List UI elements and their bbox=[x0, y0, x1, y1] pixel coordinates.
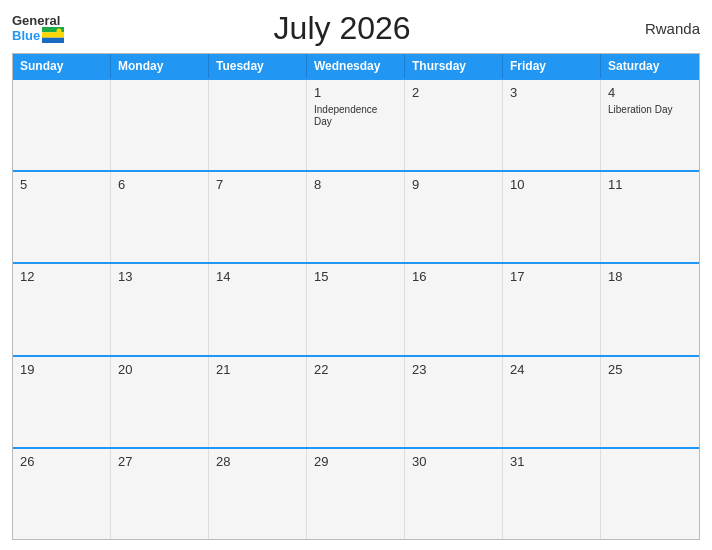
cal-cell bbox=[111, 80, 209, 170]
calendar-title: July 2026 bbox=[64, 10, 620, 47]
cal-cell: 15 bbox=[307, 264, 405, 354]
day-number: 6 bbox=[118, 177, 201, 192]
cal-cell: 11 bbox=[601, 172, 699, 262]
day-number: 11 bbox=[608, 177, 692, 192]
day-number: 28 bbox=[216, 454, 299, 469]
cal-cell: 27 bbox=[111, 449, 209, 539]
week-row-5: 262728293031 bbox=[13, 447, 699, 539]
day-number: 4 bbox=[608, 85, 692, 100]
week-row-4: 19202122232425 bbox=[13, 355, 699, 447]
day-number: 18 bbox=[608, 269, 692, 284]
cal-cell: 17 bbox=[503, 264, 601, 354]
day-number: 12 bbox=[20, 269, 103, 284]
day-number: 8 bbox=[314, 177, 397, 192]
day-number: 22 bbox=[314, 362, 397, 377]
cal-cell: 28 bbox=[209, 449, 307, 539]
header-day-monday: Monday bbox=[111, 54, 209, 78]
week-row-2: 567891011 bbox=[13, 170, 699, 262]
logo-general-text: General bbox=[12, 14, 64, 27]
country-label: Rwanda bbox=[620, 20, 700, 37]
cal-cell: 30 bbox=[405, 449, 503, 539]
header-day-tuesday: Tuesday bbox=[209, 54, 307, 78]
day-number: 17 bbox=[510, 269, 593, 284]
day-number: 16 bbox=[412, 269, 495, 284]
header-day-saturday: Saturday bbox=[601, 54, 699, 78]
cal-cell: 10 bbox=[503, 172, 601, 262]
cal-cell bbox=[209, 80, 307, 170]
day-number: 26 bbox=[20, 454, 103, 469]
day-number: 5 bbox=[20, 177, 103, 192]
cal-cell: 20 bbox=[111, 357, 209, 447]
day-number: 31 bbox=[510, 454, 593, 469]
day-number: 21 bbox=[216, 362, 299, 377]
day-number: 13 bbox=[118, 269, 201, 284]
cal-cell: 22 bbox=[307, 357, 405, 447]
logo-blue-text: Blue bbox=[12, 29, 40, 42]
cal-cell: 4Liberation Day bbox=[601, 80, 699, 170]
day-number: 30 bbox=[412, 454, 495, 469]
cal-cell: 3 bbox=[503, 80, 601, 170]
cal-cell: 1Independence Day bbox=[307, 80, 405, 170]
cal-cell bbox=[601, 449, 699, 539]
holiday-label: Independence Day bbox=[314, 104, 397, 128]
day-number: 20 bbox=[118, 362, 201, 377]
cal-cell: 25 bbox=[601, 357, 699, 447]
day-number: 3 bbox=[510, 85, 593, 100]
cal-cell: 12 bbox=[13, 264, 111, 354]
svg-rect-1 bbox=[42, 32, 64, 37]
cal-cell bbox=[13, 80, 111, 170]
cal-cell: 19 bbox=[13, 357, 111, 447]
cal-cell: 6 bbox=[111, 172, 209, 262]
cal-cell: 23 bbox=[405, 357, 503, 447]
logo-flag-icon bbox=[42, 27, 64, 43]
day-number: 14 bbox=[216, 269, 299, 284]
cal-cell: 16 bbox=[405, 264, 503, 354]
cal-cell: 9 bbox=[405, 172, 503, 262]
day-number: 23 bbox=[412, 362, 495, 377]
day-number: 29 bbox=[314, 454, 397, 469]
holiday-label: Liberation Day bbox=[608, 104, 692, 116]
header-day-wednesday: Wednesday bbox=[307, 54, 405, 78]
cal-cell: 24 bbox=[503, 357, 601, 447]
day-number: 24 bbox=[510, 362, 593, 377]
day-number: 7 bbox=[216, 177, 299, 192]
cal-cell: 26 bbox=[13, 449, 111, 539]
day-number: 1 bbox=[314, 85, 397, 100]
cal-cell: 7 bbox=[209, 172, 307, 262]
day-number: 2 bbox=[412, 85, 495, 100]
svg-rect-2 bbox=[42, 38, 64, 43]
day-number: 10 bbox=[510, 177, 593, 192]
cal-cell: 8 bbox=[307, 172, 405, 262]
week-row-1: 1Independence Day234Liberation Day bbox=[13, 78, 699, 170]
calendar: SundayMondayTuesdayWednesdayThursdayFrid… bbox=[12, 53, 700, 540]
calendar-body: 1Independence Day234Liberation Day567891… bbox=[13, 78, 699, 539]
header-day-thursday: Thursday bbox=[405, 54, 503, 78]
cal-cell: 21 bbox=[209, 357, 307, 447]
calendar-header-row: SundayMondayTuesdayWednesdayThursdayFrid… bbox=[13, 54, 699, 78]
header: General Blue July 2026 Rwanda bbox=[12, 10, 700, 47]
header-day-sunday: Sunday bbox=[13, 54, 111, 78]
cal-cell: 29 bbox=[307, 449, 405, 539]
week-row-3: 12131415161718 bbox=[13, 262, 699, 354]
cal-cell: 14 bbox=[209, 264, 307, 354]
day-number: 25 bbox=[608, 362, 692, 377]
day-number: 9 bbox=[412, 177, 495, 192]
cal-cell: 5 bbox=[13, 172, 111, 262]
day-number: 15 bbox=[314, 269, 397, 284]
cal-cell: 13 bbox=[111, 264, 209, 354]
cal-cell: 31 bbox=[503, 449, 601, 539]
day-number: 27 bbox=[118, 454, 201, 469]
cal-cell: 2 bbox=[405, 80, 503, 170]
day-number: 19 bbox=[20, 362, 103, 377]
logo: General Blue bbox=[12, 14, 64, 43]
page: General Blue July 2026 Rwanda SundayMond… bbox=[0, 0, 712, 550]
header-day-friday: Friday bbox=[503, 54, 601, 78]
cal-cell: 18 bbox=[601, 264, 699, 354]
